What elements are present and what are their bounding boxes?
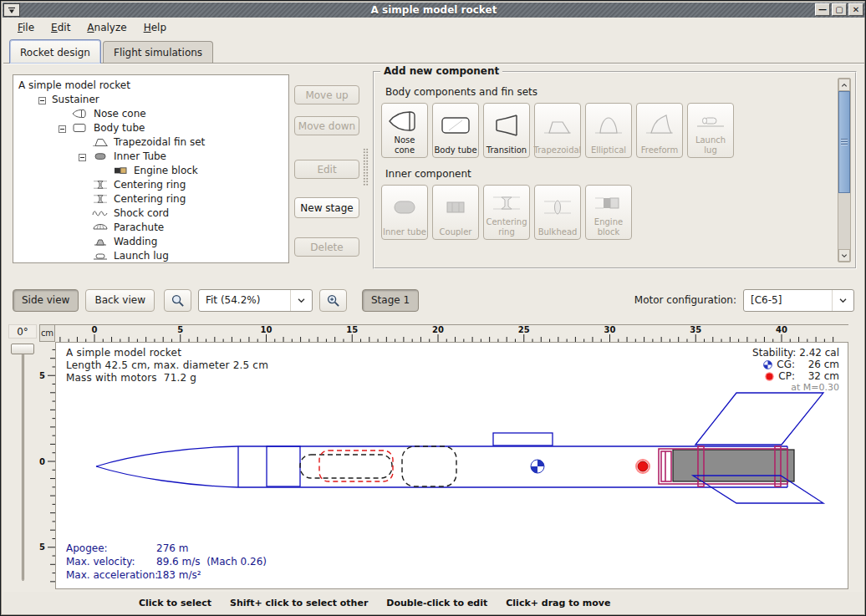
delete-button[interactable]: Delete <box>294 237 359 257</box>
menu-edit[interactable]: Edit <box>43 19 78 36</box>
scroll-down-button[interactable] <box>838 249 850 262</box>
freeform-button[interactable]: Freeform <box>636 103 683 158</box>
tab-rocket-design[interactable]: Rocket design <box>9 39 101 64</box>
parachute-icon <box>92 222 110 232</box>
nose-cone-button[interactable]: Nose cone <box>381 103 428 158</box>
tree-item-engine-block[interactable]: Engine block <box>13 163 288 177</box>
back-view-button[interactable]: Back view <box>85 289 155 312</box>
tree-item-centering-ring[interactable]: Centering ring <box>13 191 288 206</box>
launchlug-lg-icon <box>693 106 728 135</box>
side-view-button[interactable]: Side view <box>13 289 79 312</box>
body-tube-button[interactable]: Body tube <box>432 103 479 158</box>
collapse-expander-icon[interactable] <box>38 95 46 103</box>
rotation-slider-track[interactable] <box>22 354 24 581</box>
app-window: A simple model rocket — ▢ ✕ File Edit An… <box>0 0 866 616</box>
rotation-slider-handle[interactable] <box>11 344 34 354</box>
launch-lug-button[interactable]: Launch lug <box>687 103 734 158</box>
zoom-select[interactable]: Fit (54.2%) <box>198 289 313 312</box>
status-hint: Click to select <box>139 598 211 608</box>
bodytube-lg-icon <box>438 106 473 145</box>
tab-flight-simulations[interactable]: Flight simulations <box>103 41 213 64</box>
rotation-angle-label: 0° <box>8 324 37 339</box>
window-title: A simple model rocket <box>3 4 865 16</box>
centeringring-icon <box>92 180 110 190</box>
cg-icon <box>763 360 772 369</box>
tree-item-nose-cone[interactable]: Nose cone <box>13 106 288 120</box>
bulkhead-lg-icon <box>540 188 575 227</box>
launchlug-icon <box>92 251 110 261</box>
tree-item-centering-ring[interactable]: Centering ring <box>13 177 288 191</box>
scrollbar-thumb[interactable] <box>838 91 850 193</box>
mach-note: at M=0.30 <box>791 382 839 394</box>
nosecone-icon <box>72 109 90 119</box>
stability-info: Stability: 2.42 cal CG: 26 cm CP: 32 cm … <box>752 347 839 394</box>
zoom-in-button[interactable] <box>319 289 347 312</box>
tree-item-sustainer[interactable]: Sustainer <box>13 92 288 106</box>
add-component-title: Add new component <box>380 65 502 77</box>
flight-stat-apogee-: Apogee:276 m <box>66 542 267 555</box>
component-tree[interactable]: A simple model rocketSustainerNose coneB… <box>13 74 289 263</box>
svg-text:20: 20 <box>432 325 444 334</box>
rocket-mass: Mass with motors 71.2 g <box>66 372 268 384</box>
zoom-out-button[interactable] <box>164 289 191 312</box>
add-component-body: Body components and fin setsNose coneBod… <box>374 86 855 240</box>
rotation-slider[interactable] <box>10 344 35 584</box>
coupler-lg-icon <box>438 188 473 227</box>
collapse-expander-icon[interactable] <box>59 124 66 131</box>
status-hint: Double-click to edit <box>386 598 487 608</box>
tree-item-body-tube[interactable]: Body tube <box>13 120 288 135</box>
stage-1-toggle[interactable]: Stage 1 <box>362 289 419 312</box>
centering-ring-button[interactable]: Centering ring <box>483 185 530 240</box>
rocket-view-area: 0° cm 0510152025303540 -505 <box>3 321 864 590</box>
tab-bar: Rocket design Flight simulations <box>3 38 864 64</box>
trapezoidal-button[interactable]: Trapezoidal <box>534 103 581 158</box>
elliptical-button[interactable]: Elliptical <box>585 103 632 158</box>
cp-icon <box>765 372 774 381</box>
rocket-canvas[interactable]: A simple model rocket Length 42.5 cm, ma… <box>55 342 848 589</box>
inner-tube-button[interactable]: Inner tube <box>381 185 428 240</box>
tree-item-wadding[interactable]: Wadding <box>13 234 288 248</box>
tree-item-inner-tube[interactable]: Inner Tube <box>13 149 288 163</box>
menu-file[interactable]: File <box>10 19 42 36</box>
svg-text:0: 0 <box>39 457 45 466</box>
edit-button[interactable]: Edit <box>294 160 359 179</box>
elliptical-fin-lg-icon <box>591 106 626 145</box>
engine-block-button[interactable]: Engine block <box>585 185 632 240</box>
component-button-row: Nose coneBody tubeTransitionTrapezoidalE… <box>381 103 855 158</box>
bodytube-icon <box>72 123 90 133</box>
magnifier-icon <box>171 293 185 308</box>
menu-analyze[interactable]: Analyze <box>79 19 134 36</box>
coupler-button[interactable]: Coupler <box>432 185 479 240</box>
zoom-select-value: Fit (54.2%) <box>199 294 290 306</box>
tree-item-parachute[interactable]: Parachute <box>13 220 288 234</box>
panel-splitter-grip[interactable] <box>363 148 369 186</box>
transition-button[interactable]: Transition <box>483 103 530 158</box>
minimize-button[interactable]: — <box>815 3 830 16</box>
wadding-icon <box>92 237 110 247</box>
scroll-up-button[interactable] <box>838 79 850 91</box>
tree-item-a-simple-model-rocket[interactable]: A simple model rocket <box>13 78 288 92</box>
component-scrollbar[interactable] <box>838 78 851 262</box>
stability-value: Stability: 2.42 cal <box>752 347 839 359</box>
status-bar: Click to selectShift+ click to select ot… <box>3 592 864 613</box>
tree-item-launch-lug[interactable]: Launch lug <box>13 248 288 262</box>
tree-item-trapezoidal-fin-set[interactable]: Trapezoidal fin set <box>13 135 288 149</box>
cp-label: CP: <box>778 370 795 382</box>
svg-text:40: 40 <box>776 325 787 334</box>
tree-action-buttons: Move up Move down Edit New stage Delete <box>292 64 362 279</box>
menu-bar: File Edit Analyze Help <box>3 18 864 38</box>
cg-marker <box>531 460 544 473</box>
tree-item-shock-cord[interactable]: Shock cord <box>13 206 288 220</box>
bulkhead-button[interactable]: Bulkhead <box>534 185 581 240</box>
close-button[interactable]: ✕ <box>848 3 863 16</box>
motor-configuration-select[interactable]: [C6-5] <box>743 289 854 312</box>
move-down-button[interactable]: Move down <box>294 116 359 135</box>
title-bar: A simple model rocket — ▢ ✕ <box>3 3 865 18</box>
section-label-body-components-and-fin-sets: Body components and fin sets <box>385 86 855 98</box>
new-stage-button[interactable]: New stage <box>294 197 359 218</box>
collapse-expander-icon[interactable] <box>79 152 86 160</box>
maximize-button[interactable]: ▢ <box>832 3 847 16</box>
move-up-button[interactable]: Move up <box>294 85 359 104</box>
menu-help[interactable]: Help <box>136 19 174 36</box>
cg-label: CG: <box>777 359 795 370</box>
